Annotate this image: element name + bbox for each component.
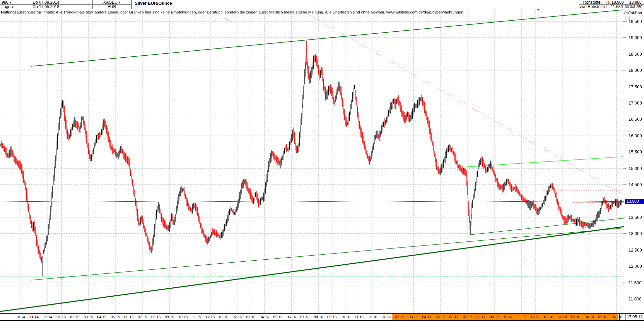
y-axis-label: 17.000 (629, 100, 642, 106)
x-axis-label: 06.17 (449, 315, 459, 319)
y-axis-label: 16.500 (629, 117, 642, 122)
x-axis-label: 03.17 (409, 315, 418, 319)
x-axis-label: 02.17 (395, 315, 405, 319)
x-axis-label: 08.16 (314, 315, 323, 319)
x-axis-label: 01.15 (57, 315, 66, 319)
x-axis-label: 07.17 (463, 315, 472, 319)
last-price-tag: 13.980 (625, 199, 644, 204)
y-axis-label: 15.500 (629, 149, 642, 154)
tai-pan-chart-window: 986 ▾ Tage ▾ Do 07.08.2014 Do 17.05.2018… (0, 0, 644, 321)
y-axis-label: 12.500 (629, 247, 642, 253)
y-axis-label: 14.500 (629, 182, 642, 187)
x-axis-label: 04.18 (585, 315, 594, 319)
x-axis-label: 08.17 (476, 315, 486, 319)
x-axis-label: 01.17 (382, 315, 391, 319)
x-axis-label: 09.16 (327, 315, 337, 319)
x-axis-label: 03.18 (571, 315, 580, 319)
x-axis-label: 08.15 (151, 315, 161, 319)
y-axis-label: 17.500 (629, 84, 642, 89)
x-axis-label: 01.16 (219, 315, 228, 319)
x-axis-label: 12.15 (205, 315, 215, 319)
x-axis-label: 10.16 (341, 315, 350, 319)
copyright-label: (c)Tai-Pan (624, 11, 642, 15)
y-axis-label: 18.000 (629, 68, 642, 73)
x-axis-label: 03.16 (246, 315, 256, 319)
x-axis-label: 11.14 (30, 315, 39, 319)
x-axis-label: 06.16 (287, 315, 296, 319)
x-axis-label: 05.16 (273, 315, 283, 319)
last-date-label: 17.05.18 (625, 314, 644, 320)
y-axis-line (625, 9, 625, 320)
y-axis-label: 19.000 (629, 35, 642, 40)
y-axis-label: 13.500 (629, 215, 642, 220)
y-axis-label: 11.000 (629, 296, 642, 301)
y-axis-label: 12.000 (629, 264, 642, 269)
y-axis-label: 18.500 (629, 52, 642, 57)
price-chart-canvas[interactable] (0, 0, 644, 321)
x-axis-label: 02.15 (70, 315, 79, 319)
y-axis-label: 19.500 (629, 19, 642, 24)
x-axis-label: 10.15 (179, 315, 188, 319)
x-axis-label: 10.14 (16, 315, 25, 319)
x-axis-label: 02.16 (232, 315, 242, 319)
x-axis-label: 11.15 (192, 315, 201, 319)
x-axis-label: 04.15 (97, 315, 106, 319)
x-axis-label: 10.17 (503, 315, 513, 319)
y-axis-label: 16.000 (629, 133, 642, 138)
scale-toggle-button[interactable]: L (619, 314, 625, 320)
x-axis-label: 09.15 (165, 315, 174, 319)
x-axis-label: 11.17 (517, 315, 526, 319)
x-axis-label: 05.15 (111, 315, 120, 319)
x-axis-label: 09.17 (490, 315, 499, 319)
x-axis-label: 07.15 (138, 315, 147, 319)
x-axis-label: 07.16 (300, 315, 310, 319)
collapse-axis-button[interactable]: - (625, 16, 630, 20)
x-axis-label: 11.16 (355, 315, 364, 319)
x-axis-label: 06.15 (124, 315, 134, 319)
y-axis-label: 13.000 (629, 231, 642, 236)
x-axis-label: 05.17 (436, 315, 445, 319)
x-axis-label: 04.17 (422, 315, 431, 319)
x-axis-label: 12.14 (43, 315, 53, 319)
x-axis-label: 02.18 (557, 315, 567, 319)
x-axis-label: 05.18 (598, 315, 608, 319)
x-axis-label: 12.17 (530, 315, 540, 319)
y-axis-label: 15.000 (629, 166, 642, 171)
y-axis-label: 11.500 (629, 280, 642, 285)
x-axis-label: 01.18 (544, 315, 553, 319)
plot-bottom-border (0, 313, 644, 314)
x-axis-label: 03.15 (84, 315, 93, 319)
x-axis-label: 04.16 (260, 315, 269, 319)
disclaimer-text: Haftungsausschluss für Inhalte: Alle Tre… (1, 10, 463, 14)
x-axis-label: 12.16 (368, 315, 377, 319)
